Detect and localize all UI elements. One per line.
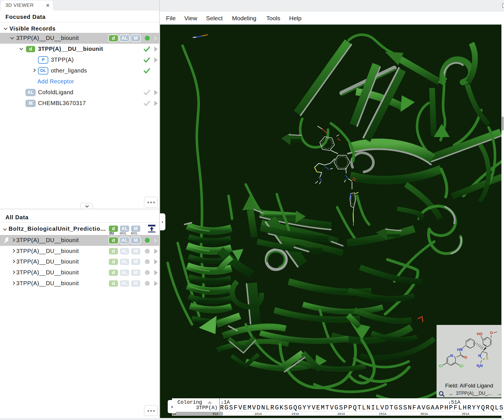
svg-text:O: O xyxy=(464,355,467,359)
svg-text:HO: HO xyxy=(477,332,483,336)
svg-text:Cl: Cl xyxy=(459,364,463,368)
svg-text:O: O xyxy=(490,331,493,335)
svg-text:N: N xyxy=(478,353,481,358)
svg-text:Cl: Cl xyxy=(439,364,443,368)
svg-text:N: N xyxy=(450,353,453,358)
svg-text:S: S xyxy=(486,356,489,360)
svg-text:N: N xyxy=(480,363,483,368)
svg-text:HN: HN xyxy=(457,347,463,352)
